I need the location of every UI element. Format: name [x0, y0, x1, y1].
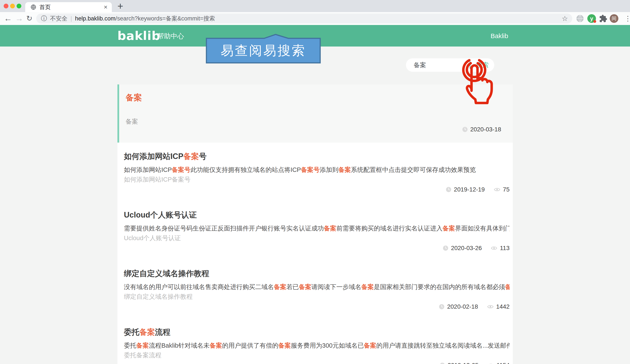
reload-icon[interactable]: ↻ — [26, 12, 32, 25]
clock-icon — [439, 304, 444, 310]
result-meta-row: 2019-12-051154 — [124, 362, 510, 364]
text-segment: 请阅读下一步域名 — [311, 284, 361, 290]
info-icon[interactable]: ⓘ — [41, 14, 47, 22]
keyword-highlight: 备案 — [183, 152, 199, 161]
result-views: 1154 — [497, 362, 510, 364]
clock-icon — [443, 245, 448, 251]
text-segment: 如何添加网站ICP — [124, 152, 183, 161]
tap-hand-annotation-icon — [459, 58, 497, 105]
y-extension-icon[interactable]: y — [587, 14, 596, 23]
text-segment: 前需要将购买的域名进行实名认证进入 — [336, 225, 442, 232]
eye-icon — [487, 304, 494, 309]
result-description: 没有域名的用户可以前往域名售卖商处进行购买二域名备案若已备案请阅读下一步域名备案… — [124, 283, 510, 291]
keyword-highlight: 备案 — [299, 284, 311, 290]
bookmark-star-icon[interactable]: ☆ — [562, 14, 568, 22]
text-segment: 如何添加网站ICP — [124, 166, 172, 173]
result-subtitle: Ucloud个人账号认证 — [124, 234, 510, 242]
text-segment: 系统配置框中点击提交即可保存成功效果预览 — [351, 166, 476, 173]
nav-link-baklib[interactable]: Baklib — [490, 25, 508, 46]
url-domain: help.baklib.com — [75, 15, 116, 22]
browser-menu-icon[interactable]: ⋮ — [624, 14, 630, 23]
text-segment: Ucloud个人账号认证 — [124, 210, 197, 219]
search-input[interactable]: 备案 — [414, 58, 426, 72]
result-title[interactable]: 委托备案流程 — [124, 328, 510, 337]
result-item[interactable]: 如何添加网站ICP备案号如何添加网站ICP备案号此功能仅支持拥有独立域名的站点将… — [118, 142, 513, 201]
result-title[interactable]: 绑定自定义域名操作教程 — [124, 269, 510, 278]
forward-icon[interactable]: → — [15, 12, 23, 25]
keyword-highlight: 备案 — [505, 284, 510, 290]
result-meta-row: 2019-12-1975 — [124, 186, 510, 193]
result-item[interactable]: Ucloud个人账号认证需要提供姓名身份证号码生份证正反面扫描件开户银行账号实名… — [118, 201, 513, 260]
result-item[interactable]: 绑定自定义域名操作教程没有域名的用户可以前往域名售卖商处进行购买二域名备案若已备… — [118, 260, 513, 318]
notification-dot — [593, 20, 596, 23]
keyword-highlight: 备案 — [324, 225, 336, 232]
text-segment: 流程Baklib针对域名未 — [149, 342, 210, 349]
globe-extension-icon[interactable] — [576, 14, 584, 23]
window-controls — [4, 4, 21, 8]
search-results-panel: 如何添加网站ICP备案号如何添加网站ICP备案号此功能仅支持拥有独立域名的站点将… — [118, 142, 513, 364]
security-label: 不安全 — [50, 15, 68, 22]
keyword-highlight: 备案 — [140, 328, 155, 336]
browser-tab-strip: 首页 × + — [0, 0, 630, 12]
baklib-logo[interactable]: baklib — [118, 25, 160, 46]
result-description: 如何添加网站ICP备案号此功能仅支持拥有独立域名的站点将ICP备案号添加到备案系… — [124, 166, 510, 174]
text-segment: 的用户提供了有偿的 — [222, 342, 278, 349]
eye-icon — [488, 363, 494, 364]
text-segment: 流程 — [155, 328, 170, 336]
text-segment: 绑定自定义域名操作教程 — [124, 269, 209, 278]
eye-icon — [491, 246, 497, 250]
url-separator: | — [70, 15, 72, 22]
result-description: 委托备案流程Baklib针对域名未备案的用户提供了有偿的备案服务费用为300元如… — [124, 342, 510, 349]
text-segment: 添加到 — [320, 166, 338, 173]
callout-text: 易查阅易搜索 — [206, 38, 321, 64]
window-zoom-button[interactable] — [16, 4, 21, 8]
text-segment: 是国家相关部门要求的在国内的所有域名都必须 — [374, 284, 505, 290]
text-segment: 号 — [199, 152, 206, 161]
new-tab-button[interactable]: + — [118, 0, 123, 12]
url-path: /search?keywords=备案&commit=搜索 — [116, 15, 215, 22]
result-title[interactable]: 如何添加网站ICP备案号 — [124, 152, 510, 161]
keyword-highlight: 备案 — [364, 342, 376, 349]
screen: { "browser": { "tab_title": "首页", "secur… — [0, 0, 630, 364]
result-item[interactable]: 委托备案流程委托备案流程Baklib针对域名未备案的用户提供了有偿的备案服务费用… — [118, 318, 513, 364]
keyword-highlight: 备案号 — [172, 166, 190, 173]
result-title[interactable]: 备案 — [126, 92, 501, 103]
keyword-highlight: 备案 — [210, 342, 222, 349]
result-subtitle: 如何添加网站ICP备案号 — [124, 176, 510, 183]
browser-tab[interactable]: 首页 × — [25, 2, 112, 12]
result-views: 113 — [500, 245, 510, 252]
text-segment: 的用户请直接跳转至独立域名阅读域名...发送邮件申请请按照如... — [376, 342, 510, 349]
text-segment: 没有域名的用户可以前往域名售卖商处进行购买二域名 — [124, 284, 274, 290]
result-views: 75 — [503, 186, 510, 193]
keyword-highlight: 备案 — [442, 225, 455, 232]
back-icon[interactable]: ← — [4, 12, 12, 25]
result-date: 2019-12-19 — [454, 186, 485, 193]
address-bar[interactable]: ⓘ 不安全 | help.baklib.com /search?keywords… — [36, 14, 572, 24]
tab-close-icon[interactable]: × — [104, 4, 108, 10]
y-extension-letter: y — [590, 15, 593, 22]
text-segment: 需要提供姓名身份证号码生份证正反面扫描件开户银行账号实名认证成功 — [124, 225, 324, 232]
result-title[interactable]: Ucloud个人账号认证 — [124, 210, 510, 220]
clock-icon — [446, 187, 452, 192]
window-close-button[interactable] — [4, 4, 8, 8]
text-segment: 委托 — [124, 342, 136, 349]
eye-icon — [494, 187, 500, 192]
result-description: 需要提供姓名身份证号码生份证正反面扫描件开户银行账号实名认证成功备案前需要将购买… — [124, 224, 510, 232]
profile-avatar[interactable]: 间 — [610, 14, 618, 23]
text-segment: 服务费用为300元如域名已 — [291, 342, 364, 349]
result-date: 2020-02-18 — [447, 303, 478, 310]
tab-title: 首页 — [40, 4, 104, 11]
keyword-highlight: 备案 — [136, 342, 149, 349]
text-segment: 若已 — [286, 284, 299, 290]
text-segment: 备案 — [126, 118, 138, 125]
clock-icon — [462, 127, 468, 132]
result-card-selected[interactable]: 备案备案2020-03-18 — [118, 84, 513, 142]
text-segment: 界面如没有具体到门牌号...我们为... — [455, 225, 510, 232]
extensions-puzzle-icon[interactable] — [599, 14, 608, 23]
result-subtitle: 委托备案流程 — [124, 351, 510, 359]
keyword-highlight: 备案 — [361, 284, 374, 290]
result-meta-row: 2020-02-181442 — [124, 303, 510, 310]
window-minimize-button[interactable] — [10, 4, 15, 8]
globe-favicon-icon — [30, 4, 36, 10]
result-meta-row: 2020-03-18 — [462, 126, 501, 133]
